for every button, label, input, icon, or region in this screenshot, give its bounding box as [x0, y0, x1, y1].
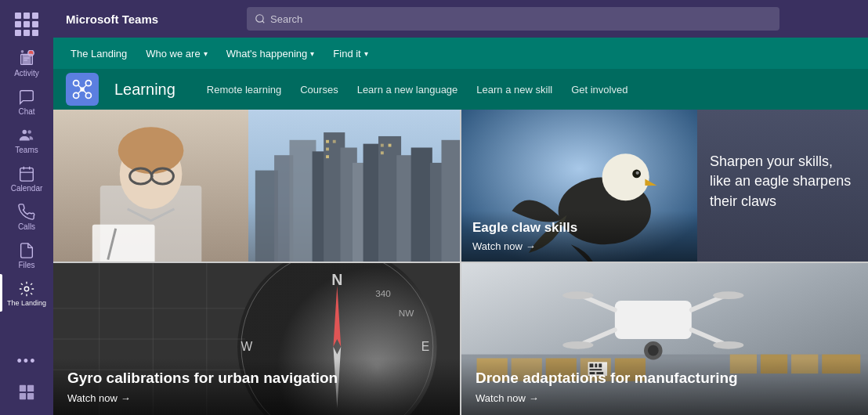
- svg-rect-41: [411, 148, 432, 262]
- card-bottom-right: Drone adaptations for manufacturing Watc…: [461, 263, 868, 415]
- learning-logo: [66, 73, 99, 106]
- gyro-watch-now-button[interactable]: Watch now →: [67, 392, 446, 404]
- svg-rect-49: [389, 144, 392, 147]
- svg-rect-84: [615, 301, 692, 339]
- svg-text:340: 340: [375, 288, 391, 298]
- navbar-label-find-it: Find it: [333, 48, 360, 60]
- svg-line-20: [84, 91, 87, 94]
- eagle-text-panel: Sharpen your skills, like an eagle sharp…: [697, 110, 868, 262]
- navbar-item-who-we-are[interactable]: Who we are ▾: [138, 43, 215, 64]
- learning-nav-skill[interactable]: Learn a new skill: [468, 81, 560, 99]
- sidebar-label-the-landing: The Landing: [7, 299, 46, 307]
- sidebar: Activity Chat Teams Calendar Calls: [0, 0, 53, 415]
- gyro-card-overlay: Gyro calibrations for urban navigation W…: [53, 359, 460, 415]
- svg-rect-7: [27, 385, 34, 392]
- city-image: [248, 110, 460, 262]
- chevron-down-icon: ▾: [204, 49, 208, 58]
- navbar-label-who-we-are: Who we are: [146, 48, 200, 60]
- svg-point-89: [562, 291, 593, 299]
- search-bar[interactable]: Search: [247, 7, 779, 31]
- sidebar-item-the-landing[interactable]: The Landing: [0, 274, 53, 312]
- svg-rect-28: [92, 225, 155, 262]
- sidebar-item-teams[interactable]: Teams: [0, 121, 53, 159]
- learning-nav-courses[interactable]: Courses: [292, 81, 345, 99]
- eagle-card-overlay: Eagle claw skills Watch now →: [461, 211, 697, 262]
- learning-nav: Remote learning Courses Learn a new lang…: [199, 81, 636, 99]
- svg-rect-9: [27, 393, 34, 399]
- svg-rect-6: [20, 385, 26, 392]
- svg-point-5: [24, 287, 29, 291]
- learning-bar: Learning Remote learning Courses Learn a…: [53, 69, 868, 110]
- svg-point-14: [85, 81, 91, 86]
- arrow-right-icon: →: [121, 392, 131, 404]
- sidebar-item-activity[interactable]: Activity: [0, 44, 53, 82]
- drone-card-title: Drone adaptations for manufacturing: [476, 370, 854, 388]
- sidebar-item-more[interactable]: •••: [17, 347, 37, 374]
- more-icon: •••: [17, 353, 37, 370]
- calls-icon: [18, 204, 35, 221]
- arrow-right-icon: →: [529, 392, 539, 404]
- chevron-down-icon: ▾: [364, 49, 368, 58]
- card-top-right: Eagle claw skills Watch now → Sharpen yo…: [461, 110, 868, 262]
- svg-point-3: [27, 130, 31, 134]
- eagle-tagline: Sharpen your skills, like an eagle sharp…: [710, 152, 855, 211]
- learning-nav-involved[interactable]: Get involved: [563, 81, 635, 99]
- svg-point-10: [256, 15, 263, 22]
- svg-point-13: [74, 81, 79, 86]
- sidebar-item-calendar[interactable]: Calendar: [0, 159, 53, 197]
- svg-point-2: [23, 130, 27, 135]
- svg-point-91: [562, 341, 593, 349]
- navbar-label-whats-happening: What's happening: [226, 48, 308, 60]
- navbar-label-the-landing: The Landing: [71, 48, 127, 60]
- sidebar-label-chat: Chat: [18, 107, 34, 116]
- sidebar-item-calls[interactable]: Calls: [0, 197, 53, 236]
- svg-rect-44: [326, 140, 329, 143]
- svg-line-19: [78, 91, 81, 94]
- arrow-right-icon: →: [526, 240, 536, 252]
- learning-title: Learning: [114, 81, 175, 99]
- app-title: Microsoft Teams: [66, 13, 158, 26]
- svg-text:E: E: [421, 340, 429, 353]
- svg-rect-48: [381, 144, 384, 147]
- navbar-item-the-landing[interactable]: The Landing: [63, 43, 135, 64]
- svg-rect-50: [381, 151, 384, 154]
- svg-rect-47: [326, 155, 329, 158]
- svg-point-90: [713, 291, 743, 299]
- main-content: Eagle claw skills Watch now → Sharpen yo…: [53, 110, 868, 415]
- svg-rect-33: [290, 140, 316, 262]
- svg-point-15: [74, 92, 79, 98]
- activity-icon: [18, 50, 35, 67]
- calendar-icon: [18, 165, 35, 182]
- svg-point-55: [636, 171, 639, 175]
- card-bottom-left: N E S W 340 NW Gyro calibrations for urb…: [53, 263, 460, 415]
- sidebar-item-files[interactable]: Files: [0, 236, 53, 274]
- apps-grid-icon[interactable]: [15, 13, 38, 36]
- teams-icon: [18, 127, 35, 144]
- sidebar-label-files: Files: [18, 261, 34, 269]
- learning-nav-language[interactable]: Learn a new language: [349, 81, 466, 99]
- drone-logo-icon: [71, 78, 93, 100]
- sidebar-item-apps[interactable]: [17, 377, 37, 407]
- svg-rect-8: [20, 393, 26, 399]
- svg-text:NW: NW: [399, 308, 414, 318]
- navbar: The Landing Who we are ▾ What's happenin…: [53, 38, 868, 69]
- sidebar-label-calendar: Calendar: [11, 184, 43, 193]
- svg-text:W: W: [241, 340, 252, 353]
- landing-icon: [18, 280, 35, 298]
- eagle-watch-now-button[interactable]: Watch now →: [472, 240, 686, 252]
- sidebar-label-teams: Teams: [15, 146, 38, 154]
- svg-point-94: [648, 345, 659, 356]
- svg-rect-4: [20, 168, 34, 182]
- svg-point-16: [85, 92, 91, 98]
- sidebar-label-calls: Calls: [18, 222, 35, 231]
- navbar-item-find-it[interactable]: Find it ▾: [325, 43, 375, 64]
- search-icon: [255, 13, 266, 24]
- svg-point-92: [713, 341, 743, 349]
- navbar-item-whats-happening[interactable]: What's happening ▾: [219, 43, 323, 64]
- eagle-card-title: Eagle claw skills: [472, 220, 686, 236]
- card-top-left: [53, 110, 460, 262]
- learning-nav-remote[interactable]: Remote learning: [199, 81, 289, 99]
- drone-watch-now-button[interactable]: Watch now →: [476, 392, 854, 404]
- sidebar-item-chat[interactable]: Chat: [0, 82, 53, 121]
- files-icon: [18, 242, 35, 259]
